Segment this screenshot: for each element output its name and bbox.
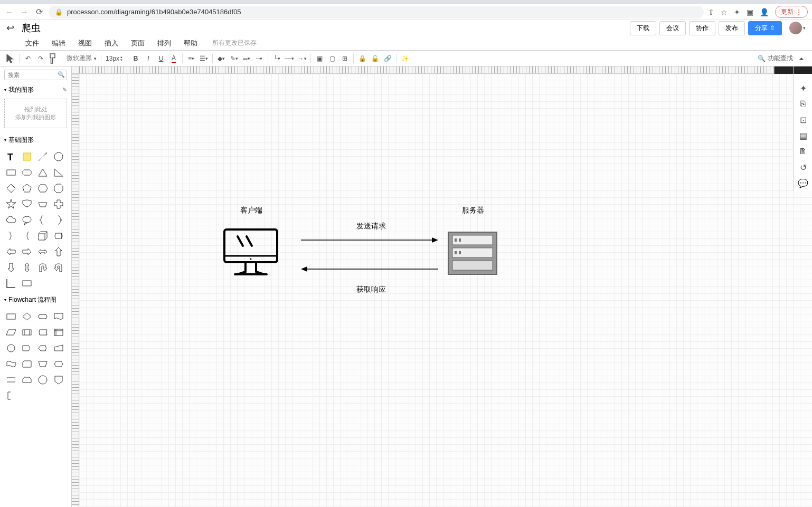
- section-my-shapes[interactable]: ▾ 我的图形 ✎: [0, 83, 71, 97]
- fc-stored-data[interactable]: [35, 324, 51, 340]
- shape-line[interactable]: [35, 149, 51, 165]
- label-client[interactable]: 客户端: [240, 206, 262, 215]
- send-back-icon[interactable]: ▢: [326, 52, 338, 65]
- shape-cylinder-h[interactable]: [51, 228, 67, 244]
- bring-front-icon[interactable]: ▣: [313, 52, 326, 65]
- shape-shield[interactable]: [19, 196, 35, 212]
- fill-color-icon[interactable]: ◆▾: [215, 52, 228, 65]
- menu-page[interactable]: 页面: [125, 36, 151, 50]
- meeting-button[interactable]: 会议: [659, 21, 686, 35]
- fc-card[interactable]: [19, 356, 35, 372]
- shape-cross[interactable]: [51, 196, 67, 212]
- canvas[interactable]: 客户端 服务器 发送请求 获取响应: [79, 74, 812, 507]
- crop-icon[interactable]: ⊡: [794, 112, 812, 128]
- shape-arrow-down[interactable]: [3, 260, 19, 275]
- shape-right-triangle[interactable]: [51, 165, 67, 180]
- shape-paren-left[interactable]: [19, 228, 35, 244]
- bold-icon[interactable]: B: [129, 52, 142, 65]
- browser-reload-icon[interactable]: ⟳: [34, 7, 44, 17]
- label-server[interactable]: 服务器: [462, 206, 484, 215]
- user-menu[interactable]: ▾: [785, 22, 806, 34]
- panel-icon[interactable]: ▣: [747, 8, 753, 16]
- shape-cloud[interactable]: [3, 212, 19, 228]
- extensions-icon[interactable]: ✦: [734, 8, 740, 16]
- unlock-icon[interactable]: 🔓: [369, 52, 381, 65]
- feature-search[interactable]: 🔍 功能查找: [758, 54, 793, 63]
- connector-line-icon[interactable]: —▾: [283, 52, 296, 65]
- share-page-icon[interactable]: ⇧: [708, 8, 714, 16]
- browser-forward-icon[interactable]: →: [19, 7, 30, 17]
- publish-button[interactable]: 发布: [719, 21, 745, 35]
- shape-server[interactable]: [446, 230, 499, 276]
- download-button[interactable]: 下载: [630, 21, 656, 35]
- navigator-icon[interactable]: ✦: [794, 80, 812, 96]
- profile-icon[interactable]: 👤: [760, 8, 769, 16]
- search-icon[interactable]: 🔍: [58, 71, 65, 78]
- align-icon[interactable]: ≡▾: [185, 52, 197, 65]
- fc-loop-limit[interactable]: [19, 372, 35, 388]
- fc-terminator[interactable]: [35, 309, 51, 324]
- shape-uturn-left[interactable]: [35, 260, 51, 275]
- fc-manual-input[interactable]: [51, 340, 67, 356]
- fc-annotation[interactable]: [3, 388, 19, 404]
- fc-off-page[interactable]: [51, 372, 67, 388]
- section-flowchart[interactable]: ▾ Flowchart 流程图: [0, 293, 71, 307]
- fc-data[interactable]: [3, 324, 19, 340]
- redo-icon[interactable]: ↷: [34, 52, 47, 65]
- fc-connector[interactable]: [3, 340, 19, 356]
- shape-paren-right[interactable]: [3, 228, 19, 244]
- shape-arrow-right[interactable]: [19, 244, 35, 260]
- underline-icon[interactable]: U: [155, 52, 167, 65]
- ruler-vertical[interactable]: [72, 74, 79, 507]
- shape-brace-right[interactable]: [51, 212, 67, 228]
- document-title[interactable]: 爬虫: [22, 22, 41, 34]
- connector-end-icon[interactable]: →▾: [296, 52, 308, 65]
- format-painter-icon[interactable]: [47, 52, 60, 65]
- arrow-get-response[interactable]: [298, 264, 441, 274]
- fc-display[interactable]: [35, 340, 51, 356]
- bookmark-icon[interactable]: ☆: [721, 8, 728, 16]
- fc-manual-op[interactable]: [35, 356, 51, 372]
- italic-icon[interactable]: I: [142, 52, 155, 65]
- section-basic-shapes[interactable]: ▾ 基础图形: [0, 133, 71, 147]
- my-shapes-dropzone[interactable]: 拖到此处 添加到我的图形: [4, 99, 67, 128]
- url-field[interactable]: 🔒 processon.com/diagraming/61b490ab0e3e7…: [49, 6, 704, 18]
- fc-decision[interactable]: [19, 309, 35, 324]
- shape-rounded-rect[interactable]: [19, 165, 35, 180]
- shape-frame[interactable]: [19, 275, 35, 291]
- shape-arrow-both[interactable]: [35, 244, 51, 260]
- font-size-select[interactable]: 13px ▴▾: [103, 55, 125, 62]
- menu-view[interactable]: 视图: [72, 36, 98, 50]
- connector-start-icon[interactable]: └▾: [270, 52, 283, 65]
- label-get-response[interactable]: 获取响应: [356, 285, 386, 294]
- menu-file[interactable]: 文件: [19, 36, 45, 50]
- shape-brace-left[interactable]: [35, 212, 51, 228]
- shape-text[interactable]: T: [3, 149, 19, 165]
- group-icon[interactable]: ⊞: [338, 52, 351, 65]
- shape-octagon[interactable]: [51, 180, 67, 196]
- cursor-tool-icon[interactable]: [4, 52, 17, 65]
- menu-help[interactable]: 帮助: [177, 36, 204, 50]
- layers-icon[interactable]: ▤: [794, 128, 812, 144]
- link-icon[interactable]: 🔗: [381, 52, 394, 65]
- fc-predefined[interactable]: [19, 324, 35, 340]
- menu-edit[interactable]: 编辑: [45, 36, 72, 50]
- ruler-horizontal[interactable]: [79, 66, 812, 74]
- browser-back-icon[interactable]: ←: [4, 7, 15, 17]
- font-family-select[interactable]: 微软雅黑 ▾: [64, 54, 99, 63]
- shape-pentagon[interactable]: [19, 180, 35, 196]
- undo-icon[interactable]: ↶: [22, 52, 34, 65]
- share-button[interactable]: 分享 ⇧: [748, 21, 782, 35]
- list-icon[interactable]: ☰▾: [197, 52, 210, 65]
- fc-process[interactable]: [3, 309, 19, 324]
- shape-speech[interactable]: [19, 212, 35, 228]
- shape-star[interactable]: [3, 196, 19, 212]
- menu-insert[interactable]: 插入: [98, 36, 125, 50]
- browser-update-button[interactable]: 更新 ⋮: [775, 6, 808, 18]
- lock-icon[interactable]: 🔒: [356, 52, 369, 65]
- shape-hexagon[interactable]: [35, 180, 51, 196]
- fc-internal-storage[interactable]: [51, 324, 67, 340]
- fc-on-page[interactable]: [35, 372, 51, 388]
- fc-preparation[interactable]: [51, 356, 67, 372]
- shape-arrow-updown[interactable]: [19, 260, 35, 275]
